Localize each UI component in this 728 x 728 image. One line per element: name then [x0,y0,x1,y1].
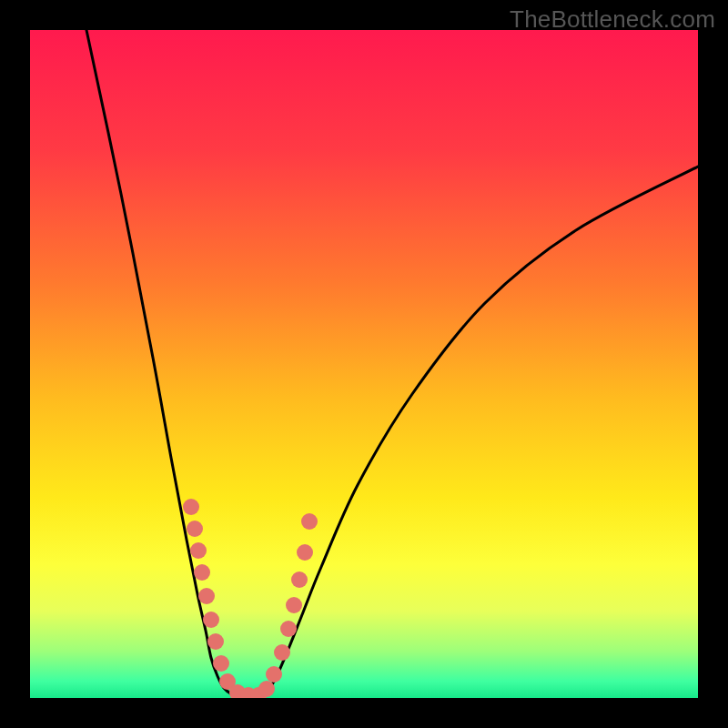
data-point [183,499,199,515]
data-point [194,564,210,581]
data-point [274,644,290,661]
data-point [301,513,318,530]
data-point [258,681,275,697]
chart-canvas [30,30,698,698]
data-point [203,612,219,628]
data-point [297,544,313,561]
data-point [291,571,308,588]
watermark-text: TheBottleneck.com [510,5,715,34]
data-point [198,588,215,604]
data-point [280,621,297,637]
data-point [213,655,229,672]
data-point [266,666,282,682]
data-point [187,521,203,537]
plot-area [30,30,698,698]
outer-frame: TheBottleneck.com [0,0,728,728]
data-point [207,633,224,650]
data-point [286,597,302,613]
data-point [190,542,207,559]
background-gradient [30,30,698,698]
